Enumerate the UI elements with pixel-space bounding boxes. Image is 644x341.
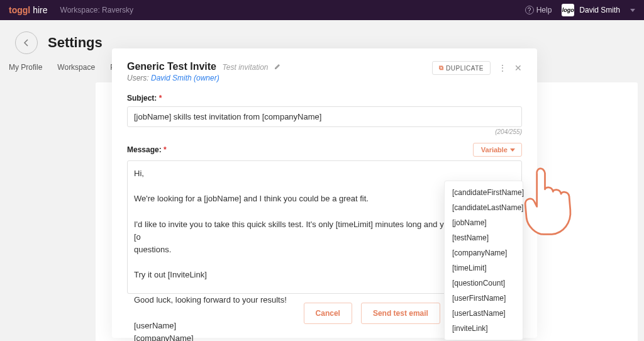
variable-option[interactable]: [questionCount] <box>445 276 523 291</box>
variable-option[interactable]: [userLastName] <box>445 306 523 321</box>
chevron-down-icon[interactable] <box>630 9 635 12</box>
top-bar: toggl hire Workspace: Raversky ? Help lo… <box>0 0 644 20</box>
duplicate-button[interactable]: ⧉ DUPLICATE <box>432 61 491 75</box>
help-link[interactable]: ? Help <box>525 6 552 14</box>
brand-main: toggl <box>9 5 30 15</box>
arrow-left-icon <box>23 39 30 47</box>
duplicate-icon: ⧉ <box>439 64 444 72</box>
users-prefix: Users: <box>127 74 151 82</box>
edit-template-modal: Generic Test Invite Test invitation User… <box>112 48 537 338</box>
help-icon: ? <box>525 6 534 14</box>
variable-option[interactable]: [timeLimit] <box>445 260 523 276</box>
close-button[interactable]: ✕ <box>514 63 522 73</box>
message-label: Message: * <box>127 145 167 154</box>
user-name: David Smith <box>579 6 620 14</box>
brand-logo[interactable]: toggl hire <box>9 5 48 15</box>
variable-option[interactable]: [jobName] <box>445 215 523 230</box>
variable-option[interactable]: [inviteLink] <box>445 321 523 336</box>
send-test-email-button[interactable]: Send test email <box>361 303 440 324</box>
variable-option[interactable]: [userFirstName] <box>445 291 523 306</box>
variable-option[interactable]: [candidateFirstName] <box>445 185 523 200</box>
help-label: Help <box>536 6 552 14</box>
modal-title: Generic Test Invite <box>127 61 216 72</box>
required-indicator: * <box>159 94 162 103</box>
subject-input[interactable]: [jobName] skills test invitation from [c… <box>127 106 522 127</box>
back-button[interactable] <box>15 31 38 54</box>
variable-option[interactable]: [testName] <box>445 230 523 245</box>
tab-my-profile[interactable]: My Profile <box>9 63 42 77</box>
brand-sub: hire <box>33 5 47 15</box>
variable-option[interactable]: [candidateLastName] <box>445 200 523 215</box>
workspace-label[interactable]: Workspace: Raversky <box>60 6 133 14</box>
variable-label: Variable <box>481 146 508 154</box>
page-title: Settings <box>48 35 103 51</box>
duplicate-label: DUPLICATE <box>446 65 484 72</box>
required-indicator: * <box>164 145 167 154</box>
variable-option[interactable]: [companyName] <box>445 245 523 260</box>
users-link[interactable]: David Smith (owner) <box>151 74 219 82</box>
pencil-icon <box>274 64 280 70</box>
avatar: logo <box>562 4 574 16</box>
user-menu[interactable]: logo David Smith <box>562 4 620 16</box>
modal-subtitle: Test invitation <box>223 63 269 72</box>
tab-workspace[interactable]: Workspace <box>57 63 95 77</box>
variable-button[interactable]: Variable <box>473 143 522 157</box>
cancel-button[interactable]: Cancel <box>304 303 352 324</box>
more-options-button[interactable]: ⋮ <box>498 63 507 73</box>
variable-dropdown: [candidateFirstName] [candidateLastName]… <box>444 181 523 340</box>
subject-label: Subject: * <box>127 94 522 103</box>
subject-counter: (204/255) <box>127 128 522 135</box>
edit-title-button[interactable] <box>274 63 280 72</box>
chevron-down-icon <box>510 148 515 152</box>
